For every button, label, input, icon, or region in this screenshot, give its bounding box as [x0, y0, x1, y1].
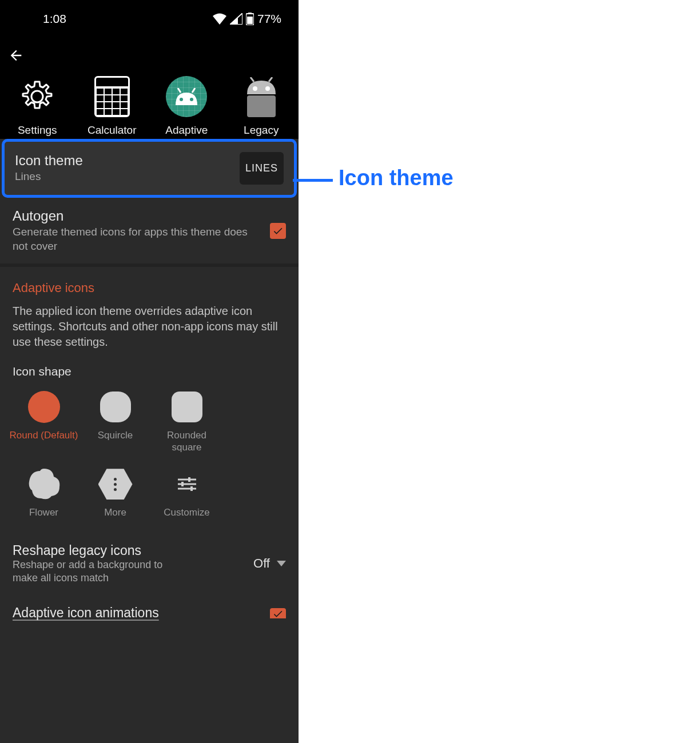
back-icon[interactable]	[8, 47, 24, 63]
phone-frame: 1:08 77% Settings	[0, 0, 299, 743]
preview-label: Settings	[18, 124, 57, 137]
shape-customize[interactable]: Customize	[151, 467, 222, 518]
icon-theme-setting[interactable]: Icon theme Lines LINES	[2, 139, 297, 198]
section-header: Adaptive icons	[0, 267, 299, 303]
reshape-legacy-setting[interactable]: Reshape legacy icons Reshape or add a ba…	[0, 533, 299, 596]
svg-line-12	[269, 77, 272, 82]
setting-title: Icon theme	[15, 153, 230, 169]
setting-subtitle: Reshape or add a background to make all …	[13, 558, 178, 585]
shape-squircle[interactable]: Squircle	[79, 390, 151, 453]
svg-point-10	[265, 86, 270, 91]
check-icon	[272, 608, 284, 618]
svg-point-4	[180, 98, 183, 101]
shape-flower[interactable]: Flower	[8, 467, 79, 518]
signal-icon	[230, 13, 242, 25]
svg-rect-18	[190, 486, 193, 491]
svg-line-6	[178, 88, 181, 93]
theme-badge: LINES	[240, 152, 284, 185]
icon-preview-row: Settings Calculator Adaptive	[0, 76, 299, 139]
clock: 1:08	[43, 12, 66, 26]
status-icons: 77%	[213, 12, 281, 26]
shape-more[interactable]: More	[79, 467, 151, 518]
squircle-icon	[100, 392, 131, 422]
round-icon	[28, 391, 60, 423]
rounded-square-icon	[172, 392, 202, 422]
adaptive-section: Adaptive icons The applied icon theme ov…	[0, 267, 299, 625]
svg-rect-2	[247, 17, 253, 24]
svg-line-11	[250, 77, 254, 82]
status-bar: 1:08 77%	[0, 0, 299, 37]
setting-subtitle: Lines	[15, 170, 230, 184]
preview-adaptive: Adaptive	[152, 76, 221, 137]
adaptive-icon	[166, 76, 207, 117]
battery-percent: 77%	[257, 12, 281, 26]
shape-label: More	[104, 507, 126, 518]
legacy-icon	[241, 76, 282, 117]
header-area: Settings Calculator Adaptive	[0, 37, 299, 139]
icon-shape-title: Icon shape	[0, 361, 299, 390]
calculator-icon	[94, 76, 130, 117]
setting-title: Reshape legacy icons	[13, 543, 244, 558]
callout-line	[293, 179, 333, 182]
callout-label: Icon theme	[339, 166, 454, 190]
shape-label: Customize	[164, 507, 209, 518]
shape-rounded-square[interactable]: Rounded square	[151, 390, 222, 453]
svg-rect-1	[248, 13, 252, 14]
autogen-checkbox[interactable]	[270, 223, 286, 239]
wifi-icon	[213, 13, 226, 25]
shape-round[interactable]: Round (Default)	[8, 390, 79, 453]
preview-label: Calculator	[88, 124, 137, 137]
adaptive-animations-setting[interactable]: Adaptive icon animations	[0, 595, 299, 625]
reshape-dropdown[interactable]: Off	[253, 556, 286, 571]
svg-line-7	[192, 88, 195, 93]
preview-settings: Settings	[3, 76, 71, 137]
chevron-down-icon	[277, 561, 286, 566]
shape-label: Squircle	[98, 430, 133, 441]
svg-rect-14	[188, 477, 190, 482]
hexagon-icon	[98, 469, 133, 500]
svg-rect-16	[181, 482, 184, 486]
setting-title: Adaptive icon animations	[13, 605, 159, 621]
section-description: The applied icon theme overrides adaptiv…	[0, 303, 299, 361]
setting-title: Autogen	[13, 208, 261, 224]
shape-label: Flower	[29, 507, 58, 518]
svg-point-9	[253, 86, 257, 91]
flower-icon	[27, 468, 61, 501]
gear-icon	[19, 78, 55, 115]
setting-subtitle: Generate themed icons for apps this them…	[13, 225, 261, 253]
svg-rect-8	[247, 95, 276, 117]
svg-point-3	[31, 91, 43, 102]
check-icon	[272, 225, 284, 237]
shape-grid: Round (Default) Squircle Rounded square …	[0, 390, 299, 532]
preview-label: Adaptive	[165, 124, 208, 137]
shape-label: Rounded square	[151, 430, 222, 453]
preview-legacy: Legacy	[227, 76, 296, 137]
svg-point-5	[190, 98, 193, 101]
animations-checkbox[interactable]	[270, 608, 286, 618]
preview-label: Legacy	[244, 124, 279, 137]
sliders-icon	[177, 476, 197, 492]
autogen-setting[interactable]: Autogen Generate themed icons for apps t…	[0, 198, 299, 263]
shape-label: Round (Default)	[9, 430, 78, 441]
preview-calculator: Calculator	[78, 76, 146, 137]
dropdown-value: Off	[253, 556, 270, 571]
battery-icon	[246, 13, 254, 25]
